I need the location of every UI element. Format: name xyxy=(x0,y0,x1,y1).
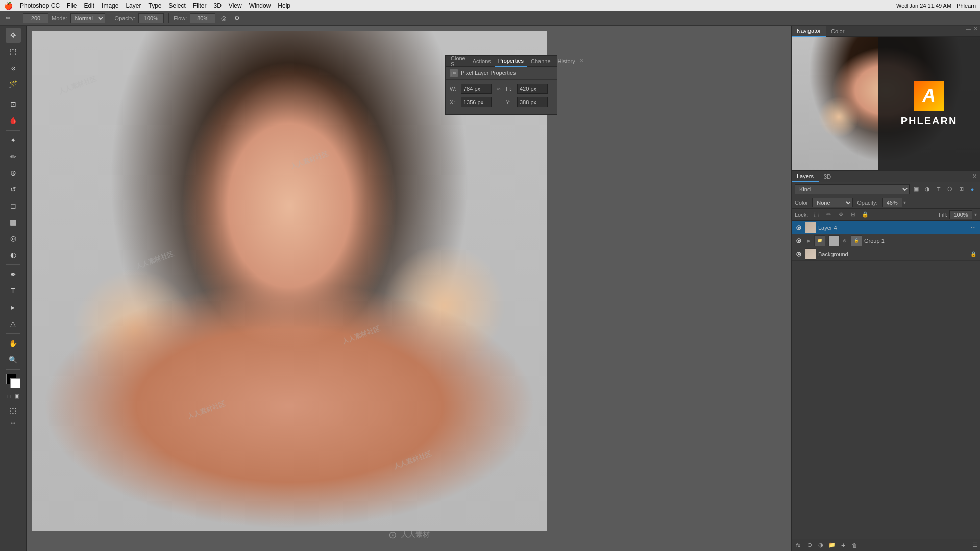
tab-history[interactable]: History xyxy=(555,56,578,67)
group1-visibility-icon[interactable] xyxy=(795,237,803,245)
lock-artboard-icon[interactable]: ⊞ xyxy=(849,211,857,219)
quick-mask-off[interactable]: ◻ xyxy=(6,392,13,399)
filter-type-icon[interactable]: T xyxy=(934,185,943,194)
move-tool[interactable]: ✥ xyxy=(6,28,21,43)
toggle-icon[interactable]: ⚙ xyxy=(232,13,242,23)
chain-icon[interactable]: ∞ xyxy=(495,85,503,93)
opacity-input[interactable] xyxy=(882,198,902,207)
more-tools[interactable]: ••• xyxy=(11,421,15,426)
eyedropper-tool[interactable]: 🩸 xyxy=(6,113,21,128)
menu-select[interactable]: Select xyxy=(168,2,185,9)
filter-smart-icon[interactable]: ⊞ xyxy=(957,185,966,194)
shape-tool[interactable]: △ xyxy=(6,316,21,331)
layers-close[interactable]: ✕ xyxy=(972,173,977,180)
y-input[interactable] xyxy=(517,97,548,107)
eraser-tool[interactable]: ◻ xyxy=(6,198,21,213)
tab-clone-source[interactable]: Clone S xyxy=(448,56,469,67)
tab-actions[interactable]: Actions xyxy=(470,56,494,67)
menu-help[interactable]: Help xyxy=(278,2,290,9)
pen-tool[interactable]: ✒ xyxy=(6,267,21,282)
filter-adjustment-icon[interactable]: ◑ xyxy=(923,185,932,194)
menu-filter[interactable]: Filter xyxy=(193,2,207,9)
w-input[interactable] xyxy=(461,84,492,94)
menu-file[interactable]: File xyxy=(67,2,77,9)
healing-tool[interactable]: ✦ xyxy=(6,133,21,148)
menu-edit[interactable]: Edit xyxy=(84,2,94,9)
apple-menu[interactable]: 🍎 xyxy=(4,2,13,10)
layer4-visibility-icon[interactable] xyxy=(795,223,803,232)
add-group-icon[interactable]: 📁 xyxy=(827,541,837,550)
path-selection-tool[interactable]: ▸ xyxy=(6,299,21,315)
mode-select[interactable]: Normal Multiply Screen xyxy=(70,13,105,23)
nav-close[interactable]: ✕ xyxy=(973,26,978,36)
color-select[interactable]: None Red Orange Yellow xyxy=(812,198,853,207)
tab-properties[interactable]: Properties xyxy=(495,56,527,67)
lock-image-icon[interactable]: ✏ xyxy=(824,211,832,219)
tab-color[interactable]: Color xyxy=(826,26,849,37)
zoom-tool[interactable]: 🔍 xyxy=(6,352,21,367)
layer-item-layer4[interactable]: Layer 4 ⋯ xyxy=(792,221,980,234)
delete-layer-icon[interactable]: 🗑 xyxy=(850,541,859,550)
menu-image[interactable]: Image xyxy=(102,2,118,9)
add-adjustment-icon[interactable]: ◑ xyxy=(816,541,825,550)
group1-expand-icon[interactable]: ▶ xyxy=(805,235,812,246)
navigator-content[interactable]: A PHLEARN xyxy=(792,37,980,170)
crop-tool[interactable]: ⊡ xyxy=(6,96,21,112)
brush-tool[interactable]: ✏ xyxy=(6,149,21,164)
x-input[interactable] xyxy=(461,97,492,107)
lasso-tool[interactable]: ⌀ xyxy=(6,60,21,76)
panel-close-button[interactable]: ✕ xyxy=(579,58,584,64)
brush-tool-icon[interactable]: ✏ xyxy=(3,13,13,23)
flow-input[interactable] xyxy=(190,13,215,23)
menu-3d[interactable]: 3D xyxy=(214,2,222,9)
menu-layer[interactable]: Layer xyxy=(126,2,141,9)
screen-mode[interactable]: ⬚ xyxy=(6,403,21,418)
blur-tool[interactable]: ◎ xyxy=(6,231,21,246)
brush-size-input[interactable] xyxy=(23,13,48,23)
canvas-area[interactable]: 人人素材社区 人人素材社区 人人素材社区 人人素材社区 人人素材社区 人人素材社… xyxy=(27,26,791,551)
menu-view[interactable]: View xyxy=(229,2,242,9)
tab-layers[interactable]: Layers xyxy=(792,171,819,182)
menu-photoshop[interactable]: Photoshop CC xyxy=(20,2,60,9)
background-color[interactable] xyxy=(10,378,20,388)
background-visibility-icon[interactable] xyxy=(795,250,803,258)
h-input[interactable] xyxy=(517,84,548,94)
marquee-tool[interactable]: ⬚ xyxy=(6,44,21,59)
fx-icon[interactable]: fx xyxy=(794,541,803,550)
quick-select-tool[interactable]: 🪄 xyxy=(6,77,21,92)
add-layer-icon[interactable]: + xyxy=(839,541,848,550)
layer4-options[interactable]: ⋯ xyxy=(970,224,977,231)
layer-item-background[interactable]: Background 🔒 xyxy=(792,247,980,261)
fill-chevron[interactable]: ▾ xyxy=(974,212,977,217)
filter-kind-select[interactable]: Kind Name Effect Mode Attribute Color Sm… xyxy=(795,184,910,194)
filter-pixel-icon[interactable]: ▣ xyxy=(912,185,921,194)
gradient-tool[interactable]: ▦ xyxy=(6,214,21,230)
opacity-input[interactable] xyxy=(138,13,164,23)
layers-panel-options[interactable]: ☰ xyxy=(973,542,978,548)
quick-mask-on[interactable]: ▣ xyxy=(14,392,21,399)
filter-active[interactable]: ● xyxy=(968,185,977,194)
hand-tool[interactable]: ✋ xyxy=(6,336,21,351)
tab-3d[interactable]: 3D xyxy=(819,171,836,182)
dodge-tool[interactable]: ◐ xyxy=(6,247,21,262)
add-mask-icon[interactable]: ⊙ xyxy=(805,541,814,550)
clone-tool[interactable]: ⊕ xyxy=(6,165,21,181)
lock-transparent-icon[interactable]: ⬚ xyxy=(812,211,820,219)
fill-input[interactable] xyxy=(949,210,972,219)
tab-navigator[interactable]: Navigator xyxy=(792,26,826,37)
menu-window[interactable]: Window xyxy=(249,2,271,9)
lock-position-icon[interactable]: ✥ xyxy=(837,211,845,219)
layers-collapse[interactable]: — xyxy=(965,173,970,180)
layer-list[interactable]: Layer 4 ⋯ ▶ 📁 ⊗ 🔒 xyxy=(792,221,980,539)
menu-type[interactable]: Type xyxy=(148,2,161,9)
opacity-chevron[interactable]: ▾ xyxy=(903,199,906,205)
filter-shape-icon[interactable]: ⬡ xyxy=(945,185,954,194)
layer-item-group1[interactable]: ▶ 📁 ⊗ 🔒 Group 1 xyxy=(792,234,980,247)
tab-channels[interactable]: Channe xyxy=(528,56,554,67)
text-tool[interactable]: T xyxy=(6,283,21,298)
nav-collapse[interactable]: — xyxy=(966,26,971,36)
history-brush-tool[interactable]: ↺ xyxy=(6,182,21,197)
airbrush-icon[interactable]: ◎ xyxy=(218,13,229,23)
color-swatch[interactable] xyxy=(6,374,20,388)
lock-all-icon[interactable]: 🔒 xyxy=(861,211,869,219)
